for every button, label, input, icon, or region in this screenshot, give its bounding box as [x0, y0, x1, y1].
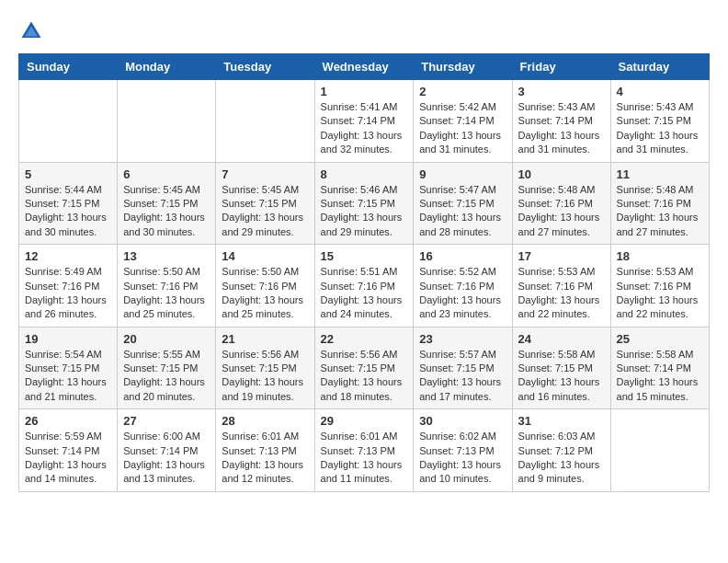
weekday-header-friday: Friday: [512, 54, 610, 80]
day-info-line: Daylight: 13 hours: [321, 129, 408, 143]
day-number: 21: [222, 332, 308, 346]
day-info-line: Sunrise: 6:01 AM: [222, 430, 308, 443]
day-info-line: Sunset: 7:16 PM: [518, 197, 605, 211]
day-content: Sunrise: 6:02 AMSunset: 7:13 PMDaylight:…: [419, 430, 506, 487]
day-info-line: Sunset: 7:14 PM: [123, 444, 210, 458]
day-cell: 30Sunrise: 6:02 AMSunset: 7:13 PMDayligh…: [414, 409, 512, 492]
day-cell: 7Sunrise: 5:45 AMSunset: 7:15 PMDaylight…: [216, 162, 314, 245]
day-content: Sunrise: 5:56 AMSunset: 7:15 PMDaylight:…: [222, 348, 308, 405]
day-info-line: and 28 minutes.: [419, 225, 506, 239]
day-number: 13: [123, 249, 210, 263]
day-info-line: Sunrise: 5:45 AM: [123, 183, 210, 197]
day-info-line: Sunrise: 5:43 AM: [518, 100, 605, 114]
day-content: Sunrise: 5:48 AMSunset: 7:16 PMDaylight:…: [617, 183, 703, 240]
day-cell: [118, 80, 216, 163]
day-cell: 19Sunrise: 5:54 AMSunset: 7:15 PMDayligh…: [19, 327, 118, 409]
day-cell: 25Sunrise: 5:58 AMSunset: 7:14 PMDayligh…: [610, 327, 709, 409]
day-content: Sunrise: 5:58 AMSunset: 7:15 PMDaylight:…: [518, 348, 605, 405]
day-info-line: and 20 minutes.: [123, 390, 210, 404]
day-info-line: Sunrise: 5:48 AM: [617, 183, 703, 197]
day-content: Sunrise: 5:42 AMSunset: 7:14 PMDaylight:…: [419, 100, 506, 157]
day-info-line: Sunrise: 5:56 AM: [321, 348, 408, 362]
day-number: 18: [617, 249, 703, 263]
day-info-line: and 25 minutes.: [222, 307, 308, 321]
day-info-line: and 22 minutes.: [617, 307, 703, 321]
day-cell: 8Sunrise: 5:46 AMSunset: 7:15 PMDaylight…: [314, 162, 414, 245]
day-info-line: and 10 minutes.: [419, 472, 506, 486]
day-content: Sunrise: 5:53 AMSunset: 7:16 PMDaylight:…: [617, 265, 703, 322]
day-info-line: Sunrise: 6:01 AM: [321, 430, 408, 443]
day-cell: 27Sunrise: 6:00 AMSunset: 7:14 PMDayligh…: [118, 409, 216, 492]
day-info-line: Sunrise: 5:48 AM: [518, 183, 605, 197]
day-content: Sunrise: 5:45 AMSunset: 7:15 PMDaylight:…: [222, 183, 308, 240]
page-header: [18, 18, 710, 44]
day-cell: 18Sunrise: 5:53 AMSunset: 7:16 PMDayligh…: [610, 245, 709, 327]
day-info-line: and 19 minutes.: [222, 390, 308, 404]
day-number: 30: [419, 414, 506, 428]
day-info-line: Daylight: 13 hours: [518, 293, 605, 307]
day-info-line: Daylight: 13 hours: [419, 458, 506, 472]
day-cell: 4Sunrise: 5:43 AMSunset: 7:15 PMDaylight…: [610, 80, 709, 163]
day-cell: 17Sunrise: 5:53 AMSunset: 7:16 PMDayligh…: [512, 245, 610, 327]
day-info-line: and 22 minutes.: [518, 307, 605, 321]
logo-icon: [18, 18, 44, 44]
day-info-line: and 27 minutes.: [617, 225, 703, 239]
day-info-line: Daylight: 13 hours: [222, 458, 308, 472]
weekday-header-monday: Monday: [118, 54, 216, 80]
day-content: Sunrise: 5:52 AMSunset: 7:16 PMDaylight:…: [419, 265, 506, 322]
day-info-line: Daylight: 13 hours: [222, 375, 308, 389]
day-info-line: Sunrise: 5:59 AM: [25, 430, 111, 443]
day-info-line: Sunset: 7:15 PM: [25, 197, 111, 211]
day-info-line: and 26 minutes.: [25, 307, 111, 321]
day-info-line: and 23 minutes.: [419, 307, 506, 321]
day-number: 23: [419, 332, 506, 346]
day-content: Sunrise: 5:54 AMSunset: 7:15 PMDaylight:…: [25, 348, 111, 405]
day-cell: 13Sunrise: 5:50 AMSunset: 7:16 PMDayligh…: [118, 245, 216, 327]
day-number: 28: [222, 414, 308, 428]
day-number: 9: [419, 167, 506, 181]
day-info-line: Sunrise: 5:47 AM: [419, 183, 506, 197]
day-info-line: Sunset: 7:15 PM: [25, 362, 111, 375]
day-content: Sunrise: 5:41 AMSunset: 7:14 PMDaylight:…: [321, 100, 408, 157]
day-info-line: Sunrise: 5:52 AM: [419, 265, 506, 279]
weekday-header-row: SundayMondayTuesdayWednesdayThursdayFrid…: [19, 54, 710, 80]
day-info-line: Daylight: 13 hours: [222, 211, 308, 224]
day-number: 17: [518, 249, 605, 263]
calendar: SundayMondayTuesdayWednesdayThursdayFrid…: [18, 53, 710, 492]
day-info-line: Sunset: 7:15 PM: [617, 114, 703, 128]
day-info-line: Sunset: 7:15 PM: [419, 197, 506, 211]
day-cell: 11Sunrise: 5:48 AMSunset: 7:16 PMDayligh…: [610, 162, 709, 245]
day-info-line: Sunset: 7:16 PM: [25, 280, 111, 293]
day-number: 27: [123, 414, 210, 428]
day-number: 12: [25, 249, 111, 263]
day-info-line: Daylight: 13 hours: [518, 375, 605, 389]
day-info-line: Sunrise: 5:55 AM: [123, 348, 210, 362]
day-info-line: Daylight: 13 hours: [321, 293, 408, 307]
day-info-line: Sunset: 7:14 PM: [321, 114, 408, 128]
day-info-line: Sunrise: 5:50 AM: [123, 265, 210, 279]
day-content: Sunrise: 6:01 AMSunset: 7:13 PMDaylight:…: [222, 430, 308, 487]
week-row-5: 26Sunrise: 5:59 AMSunset: 7:14 PMDayligh…: [19, 409, 710, 492]
day-info-line: and 9 minutes.: [518, 472, 605, 486]
day-number: 10: [518, 167, 605, 181]
day-content: Sunrise: 5:57 AMSunset: 7:15 PMDaylight:…: [419, 348, 506, 405]
day-content: Sunrise: 5:51 AMSunset: 7:16 PMDaylight:…: [321, 265, 408, 322]
week-row-2: 5Sunrise: 5:44 AMSunset: 7:15 PMDaylight…: [19, 162, 710, 245]
day-info-line: and 11 minutes.: [321, 472, 408, 486]
day-number: 24: [518, 332, 605, 346]
day-cell: 22Sunrise: 5:56 AMSunset: 7:15 PMDayligh…: [314, 327, 414, 409]
day-info-line: Sunset: 7:16 PM: [419, 280, 506, 293]
day-info-line: Daylight: 13 hours: [518, 458, 605, 472]
day-info-line: Sunrise: 6:00 AM: [123, 430, 210, 443]
logo: [18, 18, 48, 44]
day-info-line: Sunset: 7:13 PM: [321, 444, 408, 458]
day-cell: [19, 80, 118, 163]
day-content: Sunrise: 5:50 AMSunset: 7:16 PMDaylight:…: [222, 265, 308, 322]
day-number: 11: [617, 167, 703, 181]
day-content: Sunrise: 5:59 AMSunset: 7:14 PMDaylight:…: [25, 430, 111, 487]
day-info-line: Sunset: 7:15 PM: [123, 362, 210, 375]
weekday-header-saturday: Saturday: [610, 54, 709, 80]
day-info-line: Sunset: 7:15 PM: [321, 197, 408, 211]
day-info-line: Daylight: 13 hours: [321, 375, 408, 389]
day-cell: 21Sunrise: 5:56 AMSunset: 7:15 PMDayligh…: [216, 327, 314, 409]
